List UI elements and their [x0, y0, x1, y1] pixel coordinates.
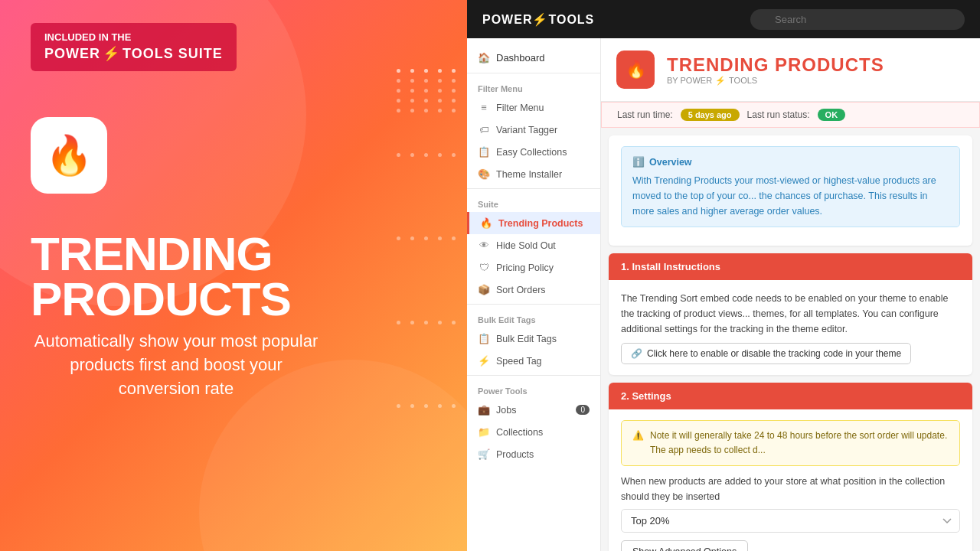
- warning-icon: ⚠️: [632, 429, 644, 443]
- suite-section: Suite: [467, 192, 600, 212]
- content-header: 🔥 TRENDING PRODUCTS BY POWER ⚡ TOOLS: [601, 38, 980, 102]
- settings-card: 2. Settings ⚠️ Note it will generally ta…: [609, 383, 972, 551]
- app-subtitle: Automatically show your most popular pro…: [31, 330, 322, 400]
- included-badge: INCLUDED IN THE POWER ⚡ TOOLS SUITE: [31, 23, 237, 71]
- trending-icon: 🔥: [480, 217, 492, 229]
- bulk-edit-section: Bulk Edit Tags: [467, 308, 600, 328]
- logo-bolt-icon: ⚡: [532, 13, 548, 26]
- app-icon: 🔥: [31, 117, 107, 194]
- overview-body: ℹ️ Overview With Trending Products your …: [609, 135, 972, 246]
- topbar: POWER⚡TOOLS 🔍: [467, 0, 980, 38]
- power-tools-section: Power Tools: [467, 379, 600, 399]
- dashboard-label: Dashboard: [496, 52, 545, 64]
- search-input[interactable]: [750, 9, 965, 30]
- badge-bolt-icon: ⚡: [103, 44, 120, 64]
- overview-heading: Overview: [649, 155, 692, 170]
- filter-menu-icon: ≡: [478, 102, 490, 113]
- dashboard-icon: 🏠: [478, 52, 490, 64]
- page-title: TRENDING PRODUCTS: [667, 54, 884, 76]
- logo: POWER⚡TOOLS: [482, 12, 594, 27]
- settings-title: 2. Settings: [621, 390, 671, 402]
- sidebar-item-hide-sold-out[interactable]: 👁 Hide Sold Out: [467, 234, 600, 256]
- tracking-code-label: Click here to enable or disable the trac…: [647, 348, 901, 359]
- flame-icon: 🔥: [45, 133, 93, 178]
- variant-tagger-icon: 🏷: [478, 124, 490, 135]
- header-byline: BY POWER ⚡ TOOLS: [667, 76, 884, 86]
- bulk-edit-icon: 📋: [478, 333, 490, 344]
- hide-sold-out-icon: 👁: [478, 240, 490, 251]
- left-panel: INCLUDED IN THE POWER ⚡ TOOLS SUITE 🔥 TR…: [0, 0, 467, 551]
- sort-orders-icon: 📦: [478, 284, 490, 295]
- overview-description: With Trending Products your most-viewed …: [632, 173, 949, 219]
- content-area: 🔥 TRENDING PRODUCTS BY POWER ⚡ TOOLS Las…: [601, 38, 980, 551]
- install-header: 1. Install Instructions: [609, 253, 972, 280]
- install-card: 1. Install Instructions The Trending Sor…: [609, 253, 972, 375]
- install-title: 1. Install Instructions: [621, 261, 720, 272]
- jobs-badge: 0: [576, 405, 590, 415]
- install-body: The Trending Sort embed code needs to be…: [609, 280, 972, 375]
- main-content: 🏠 Dashboard Filter Menu ≡ Filter Menu 🏷 …: [467, 38, 980, 551]
- search-wrapper: 🔍: [750, 9, 965, 30]
- badge-line1: INCLUDED IN THE: [44, 31, 131, 43]
- right-panel: POWER⚡TOOLS 🔍 🏠 Dashboard Filter Menu ≡ …: [467, 0, 980, 551]
- theme-installer-icon: 🎨: [478, 168, 490, 180]
- pricing-policy-icon: 🛡: [478, 262, 490, 273]
- logo-text1: POWER: [482, 13, 532, 26]
- settings-body: ⚠️ Note it will generally take 24 to 48 …: [609, 409, 972, 551]
- sidebar-item-collections[interactable]: 📁 Collections: [467, 421, 600, 443]
- show-advanced-label: Show Advanced Options: [632, 546, 737, 551]
- sidebar-item-variant-tagger[interactable]: 🏷 Variant Tagger: [467, 119, 600, 141]
- sidebar-item-easy-collections[interactable]: 📋 Easy Collections: [467, 141, 600, 163]
- by-text: BY POWER: [667, 76, 712, 85]
- easy-collections-icon: 📋: [478, 146, 490, 158]
- field-label: When new products are added to your stor…: [621, 474, 960, 504]
- overview-title: ℹ️ Overview: [632, 155, 949, 170]
- title-line2: PRODUCTS: [31, 277, 291, 322]
- title-line1: TRENDING: [31, 232, 291, 277]
- last-status-label: Last run status:: [747, 109, 810, 120]
- sidebar-item-theme-installer[interactable]: 🎨 Theme Installer: [467, 163, 600, 185]
- jobs-icon: 💼: [478, 404, 490, 416]
- logo-text2: TOOLS: [548, 13, 594, 26]
- collections-icon: 📁: [478, 426, 490, 438]
- external-link-icon: 🔗: [631, 348, 642, 359]
- products-icon: 🛒: [478, 448, 490, 460]
- app-title: TRENDING PRODUCTS: [31, 201, 291, 322]
- badge-powertools: POWER: [44, 44, 100, 64]
- sidebar-item-speed-tag[interactable]: ⚡ Speed Tag: [467, 350, 600, 372]
- warning-text: Note it will generally take 24 to 48 hou…: [650, 429, 949, 458]
- sidebar-item-jobs[interactable]: 💼 Jobs 0: [467, 399, 600, 421]
- sidebar: 🏠 Dashboard Filter Menu ≡ Filter Menu 🏷 …: [467, 38, 601, 551]
- last-run-label: Last run time:: [617, 109, 673, 120]
- warning-box: ⚠️ Note it will generally take 24 to 48 …: [621, 420, 960, 466]
- sidebar-item-dashboard[interactable]: 🏠 Dashboard: [467, 46, 600, 70]
- show-advanced-button[interactable]: Show Advanced Options: [621, 540, 748, 551]
- overview-info-box: ℹ️ Overview With Trending Products your …: [621, 146, 960, 227]
- status-badge: OK: [818, 109, 846, 121]
- sidebar-item-bulk-edit-tags[interactable]: 📋 Bulk Edit Tags: [467, 328, 600, 350]
- status-bar: Last run time: 5 days ago Last run statu…: [601, 102, 980, 128]
- filter-menu-section: Filter Menu: [467, 77, 600, 96]
- by-bolt-icon: ⚡: [715, 76, 726, 86]
- sidebar-item-filter-menu[interactable]: ≡ Filter Menu: [467, 96, 600, 119]
- position-select[interactable]: Top 20% Top 40% Top 60% Bottom: [621, 509, 960, 533]
- overview-card: ℹ️ Overview With Trending Products your …: [609, 135, 972, 246]
- install-description: The Trending Sort embed code needs to be…: [621, 291, 960, 337]
- badge-suite: TOOLS SUITE: [122, 44, 223, 64]
- settings-header: 2. Settings: [609, 383, 972, 409]
- by-end: TOOLS: [729, 76, 757, 85]
- speed-tag-icon: ⚡: [478, 355, 490, 367]
- sidebar-item-sort-orders[interactable]: 📦 Sort Orders: [467, 279, 600, 301]
- sidebar-item-pricing-policy[interactable]: 🛡 Pricing Policy: [467, 256, 600, 279]
- header-flame-icon: 🔥: [626, 60, 646, 80]
- info-icon: ℹ️: [632, 155, 645, 170]
- last-run-value: 5 days ago: [681, 109, 740, 121]
- sidebar-item-trending-products[interactable]: 🔥 Trending Products: [467, 212, 600, 234]
- tracking-code-button[interactable]: 🔗 Click here to enable or disable the tr…: [621, 343, 911, 364]
- sidebar-item-products[interactable]: 🛒 Products: [467, 443, 600, 465]
- header-icon: 🔥: [616, 51, 655, 89]
